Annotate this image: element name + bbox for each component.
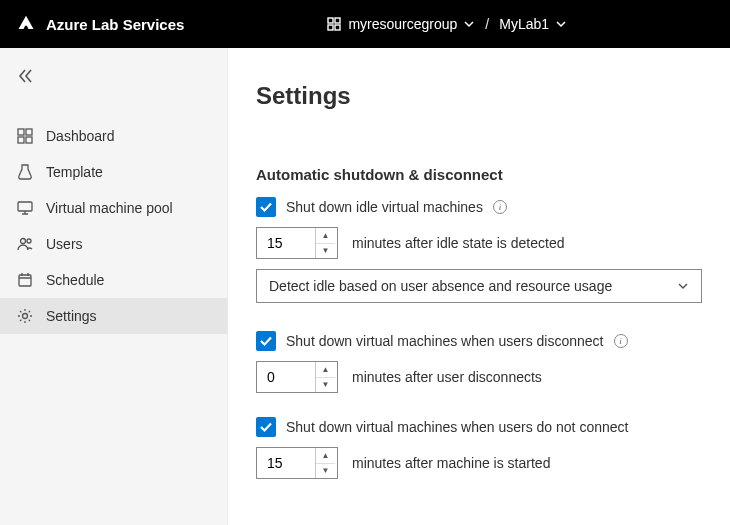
svg-rect-5 bbox=[26, 129, 32, 135]
disconnect-block: Shut down virtual machines when users di… bbox=[256, 331, 702, 393]
noconnect-checkbox[interactable] bbox=[256, 417, 276, 437]
sidebar-item-template[interactable]: Template bbox=[0, 154, 227, 190]
check-icon bbox=[259, 420, 273, 434]
idle-label: Shut down idle virtual machines bbox=[286, 199, 483, 215]
section-title: Automatic shutdown & disconnect bbox=[256, 166, 702, 183]
collapse-sidebar-button[interactable] bbox=[0, 54, 227, 98]
idle-block: Shut down idle virtual machines i ▲ ▼ mi… bbox=[256, 197, 702, 303]
sidebar-item-dashboard[interactable]: Dashboard bbox=[0, 118, 227, 154]
nav: Dashboard Template Virtual machine pool … bbox=[0, 118, 227, 334]
chevron-down-icon bbox=[555, 18, 567, 30]
breadcrumb-resource-group[interactable]: myresourcegroup bbox=[326, 16, 475, 32]
svg-point-9 bbox=[21, 239, 26, 244]
stepper-down[interactable]: ▼ bbox=[316, 243, 335, 259]
double-chevron-left-icon bbox=[16, 67, 34, 85]
svg-rect-2 bbox=[328, 25, 333, 30]
info-icon[interactable]: i bbox=[614, 334, 628, 348]
stepper-up[interactable]: ▲ bbox=[316, 228, 335, 243]
chevron-down-icon bbox=[677, 280, 689, 292]
check-icon bbox=[259, 200, 273, 214]
svg-rect-3 bbox=[335, 25, 340, 30]
disconnect-minutes-stepper[interactable]: ▲ ▼ bbox=[256, 361, 338, 393]
svg-rect-0 bbox=[328, 18, 333, 23]
sidebar-item-users[interactable]: Users bbox=[0, 226, 227, 262]
azure-logo-icon bbox=[16, 14, 36, 34]
svg-point-12 bbox=[23, 314, 28, 319]
dropdown-value: Detect idle based on user absence and re… bbox=[269, 278, 612, 294]
breadcrumb-lab-label: MyLab1 bbox=[499, 16, 549, 32]
disconnect-label: Shut down virtual machines when users di… bbox=[286, 333, 604, 349]
stepper-up[interactable]: ▲ bbox=[316, 448, 335, 463]
disconnect-minutes-input[interactable] bbox=[257, 362, 315, 392]
resource-group-icon bbox=[326, 16, 342, 32]
idle-minutes-input[interactable] bbox=[257, 228, 315, 258]
breadcrumb-separator: / bbox=[485, 16, 489, 32]
stepper-down[interactable]: ▼ bbox=[316, 377, 335, 393]
disconnect-hint: minutes after user disconnects bbox=[352, 369, 542, 385]
info-icon[interactable]: i bbox=[493, 200, 507, 214]
svg-rect-11 bbox=[19, 275, 31, 286]
sidebar-item-label: Dashboard bbox=[46, 128, 115, 144]
breadcrumb-lab[interactable]: MyLab1 bbox=[499, 16, 567, 32]
brand-text: Azure Lab Services bbox=[46, 16, 184, 33]
svg-rect-1 bbox=[335, 18, 340, 23]
idle-detection-dropdown[interactable]: Detect idle based on user absence and re… bbox=[256, 269, 702, 303]
sidebar-item-settings[interactable]: Settings bbox=[0, 298, 227, 334]
noconnect-label: Shut down virtual machines when users do… bbox=[286, 419, 628, 435]
template-icon bbox=[16, 164, 34, 180]
top-bar: Azure Lab Services myresourcegroup / MyL… bbox=[0, 0, 730, 48]
page-title: Settings bbox=[256, 82, 702, 110]
brand: Azure Lab Services bbox=[16, 14, 184, 34]
sidebar-item-label: Template bbox=[46, 164, 103, 180]
noconnect-hint: minutes after machine is started bbox=[352, 455, 550, 471]
schedule-icon bbox=[16, 272, 34, 288]
noconnect-minutes-stepper[interactable]: ▲ ▼ bbox=[256, 447, 338, 479]
stepper-down[interactable]: ▼ bbox=[316, 463, 335, 479]
stepper-up[interactable]: ▲ bbox=[316, 362, 335, 377]
sidebar: Dashboard Template Virtual machine pool … bbox=[0, 48, 228, 525]
sidebar-item-label: Schedule bbox=[46, 272, 104, 288]
svg-point-10 bbox=[27, 239, 31, 243]
chevron-down-icon bbox=[463, 18, 475, 30]
sidebar-item-vm-pool[interactable]: Virtual machine pool bbox=[0, 190, 227, 226]
idle-minutes-stepper[interactable]: ▲ ▼ bbox=[256, 227, 338, 259]
dashboard-icon bbox=[16, 128, 34, 144]
main-content: Settings Automatic shutdown & disconnect… bbox=[228, 48, 730, 525]
breadcrumb-rg-label: myresourcegroup bbox=[348, 16, 457, 32]
vm-pool-icon bbox=[16, 200, 34, 216]
users-icon bbox=[16, 236, 34, 252]
svg-rect-6 bbox=[18, 137, 24, 143]
gear-icon bbox=[16, 308, 34, 324]
noconnect-minutes-input[interactable] bbox=[257, 448, 315, 478]
sidebar-item-label: Settings bbox=[46, 308, 97, 324]
svg-rect-7 bbox=[26, 137, 32, 143]
disconnect-checkbox[interactable] bbox=[256, 331, 276, 351]
noconnect-block: Shut down virtual machines when users do… bbox=[256, 417, 702, 479]
check-icon bbox=[259, 334, 273, 348]
idle-checkbox[interactable] bbox=[256, 197, 276, 217]
svg-rect-8 bbox=[18, 202, 32, 211]
idle-hint: minutes after idle state is detected bbox=[352, 235, 564, 251]
sidebar-item-label: Users bbox=[46, 236, 83, 252]
svg-rect-4 bbox=[18, 129, 24, 135]
sidebar-item-schedule[interactable]: Schedule bbox=[0, 262, 227, 298]
sidebar-item-label: Virtual machine pool bbox=[46, 200, 173, 216]
breadcrumb: myresourcegroup / MyLab1 bbox=[326, 16, 567, 32]
